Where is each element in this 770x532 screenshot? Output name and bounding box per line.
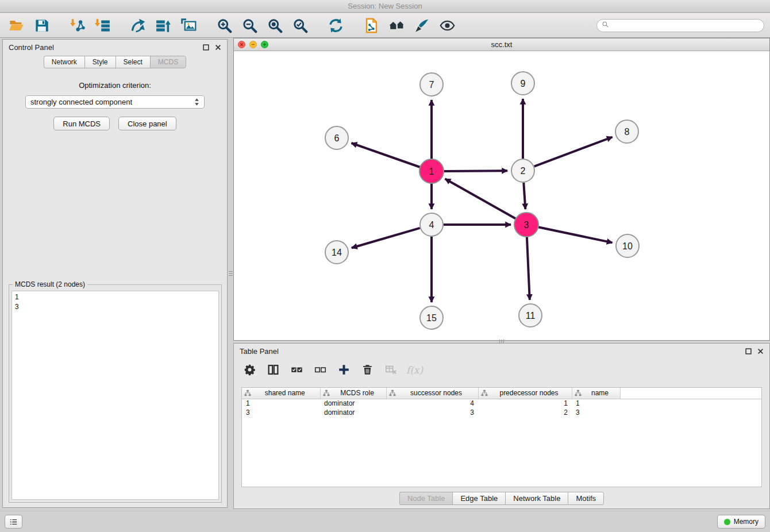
apply-style-button[interactable] [411, 16, 432, 35]
mcds-result-title: MCDS result (2 nodes) [13, 280, 87, 288]
graph-node-1[interactable]: 1 [419, 159, 444, 183]
graph-node-8[interactable]: 8 [615, 120, 638, 143]
mcds-result-list[interactable]: 13 [11, 291, 219, 500]
close-window-icon[interactable] [238, 41, 245, 48]
settings-gear-icon [244, 364, 256, 376]
open-file-button[interactable] [6, 16, 26, 35]
apply-layout-button[interactable] [325, 16, 346, 35]
close-table-panel-icon[interactable] [757, 348, 764, 354]
graph-node-11[interactable]: 11 [519, 304, 542, 327]
float-table-panel-icon[interactable] [745, 348, 752, 354]
graph-node-9[interactable]: 9 [511, 72, 534, 95]
graph-node-4[interactable]: 4 [420, 213, 443, 236]
result-line: 3 [15, 302, 215, 312]
add-column-button[interactable] [336, 362, 352, 377]
column-type-icon [481, 390, 488, 396]
maximize-window-icon[interactable] [261, 41, 268, 48]
graph-edge-1-2[interactable] [444, 171, 507, 171]
import-network-button[interactable] [67, 16, 87, 35]
tab-motifs[interactable]: Motifs [568, 492, 604, 505]
table-row[interactable]: 1dominator411 [242, 399, 761, 408]
column-label: successor nodes [410, 389, 462, 397]
table-cell[interactable]: 2 [478, 408, 572, 417]
search-input[interactable] [612, 21, 759, 30]
table-cell[interactable]: 1 [478, 399, 572, 408]
delete-columns-button[interactable] [360, 362, 375, 377]
tab-network[interactable]: Network [44, 56, 84, 68]
tab-edge-table[interactable]: Edge Table [452, 492, 505, 505]
graph-edge-2-8[interactable] [534, 137, 613, 167]
close-panel-icon[interactable] [215, 44, 221, 51]
graph-node-14[interactable]: 14 [325, 241, 348, 264]
svg-text:8: 8 [625, 127, 630, 137]
graph-edge-3-1[interactable] [445, 179, 516, 218]
graph-edge-1-6[interactable] [352, 143, 421, 167]
tab-select[interactable]: Select [116, 56, 150, 68]
table-cell[interactable]: 3 [242, 408, 320, 417]
table-row[interactable]: 3dominator323 [242, 408, 761, 417]
zoom-in-button[interactable] [214, 16, 234, 35]
select-all-columns-button[interactable] [289, 362, 305, 377]
float-panel-icon[interactable] [203, 44, 209, 51]
tab-mcds[interactable]: MCDS [150, 56, 186, 68]
column-header-MCDS-role[interactable]: MCDS role [320, 388, 386, 399]
table-cell[interactable]: dominator [320, 408, 386, 417]
run-mcds-button[interactable]: Run MCDS [53, 117, 110, 130]
graph-node-3[interactable]: 3 [514, 213, 538, 237]
close-panel-button[interactable]: Close panel [118, 117, 176, 130]
zoom-selected-button[interactable] [290, 16, 310, 35]
column-header-successor-nodes[interactable]: successor nodes [386, 388, 478, 399]
column-header-name[interactable]: name [572, 388, 620, 399]
function-builder-button: f(x) [407, 362, 422, 377]
network-canvas[interactable]: 7968124314101511 [234, 51, 769, 340]
search-box[interactable] [596, 19, 764, 32]
task-list-icon [9, 517, 18, 527]
graph-node-6[interactable]: 6 [325, 126, 348, 149]
export-table-button[interactable] [153, 16, 174, 35]
export-network-button[interactable] [128, 16, 148, 35]
memory-button[interactable]: Memory [717, 515, 765, 529]
graph-edge-2-3[interactable] [523, 183, 525, 209]
column-label: name [591, 389, 609, 397]
new-network-from-selection-button[interactable] [361, 16, 382, 35]
network-window-titlebar: scc.txt [234, 38, 769, 51]
tab-node-table[interactable]: Node Table [399, 492, 453, 505]
table-panel-title: Table Panel [240, 347, 279, 356]
graph-node-10[interactable]: 10 [616, 234, 639, 257]
graph-node-15[interactable]: 15 [420, 306, 443, 329]
first-neighbors-button[interactable] [386, 16, 407, 35]
save-session-button[interactable] [31, 16, 52, 35]
graph-node-7[interactable]: 7 [420, 73, 443, 96]
table-cell[interactable]: 4 [386, 399, 478, 408]
graph-edge-4-14[interactable] [352, 228, 420, 248]
tab-style[interactable]: Style [84, 56, 116, 68]
table-cell[interactable]: 3 [386, 408, 478, 417]
task-history-button[interactable] [5, 515, 22, 529]
column-header-shared-name[interactable]: shared name [242, 388, 320, 399]
import-table-button[interactable] [92, 16, 113, 35]
column-header-predecessor-nodes[interactable]: predecessor nodes [478, 388, 572, 399]
show-hide-button[interactable] [437, 16, 457, 35]
zoom-fit-button[interactable] [264, 16, 285, 35]
minimize-window-icon[interactable] [249, 41, 257, 48]
table-cell[interactable]: 3 [572, 408, 620, 417]
export-image-button[interactable] [178, 16, 199, 35]
select-chevrons-icon [194, 98, 199, 106]
table-cell[interactable]: 1 [572, 399, 620, 408]
criterion-select[interactable]: strongly connected component [25, 95, 205, 109]
unselect-all-columns-button[interactable] [313, 362, 328, 377]
settings-gear-button[interactable] [242, 362, 257, 377]
graph-node-2[interactable]: 2 [511, 159, 534, 182]
table-cell[interactable]: dominator [320, 399, 386, 408]
graph-edge-3-11[interactable] [527, 237, 530, 300]
table-cell[interactable]: 1 [242, 399, 320, 408]
optimization-criterion-label: Optimization criterion: [3, 81, 227, 90]
column-label: MCDS role [340, 389, 374, 397]
show-columns-button[interactable] [265, 362, 281, 377]
tab-network-table[interactable]: Network Table [505, 492, 568, 505]
column-header-filler [620, 388, 761, 399]
zoom-out-button[interactable] [239, 16, 260, 35]
vertical-splitter[interactable] [228, 39, 233, 508]
graph-edge-3-10[interactable] [538, 227, 613, 242]
criterion-selected-value: strongly connected component [30, 98, 132, 106]
